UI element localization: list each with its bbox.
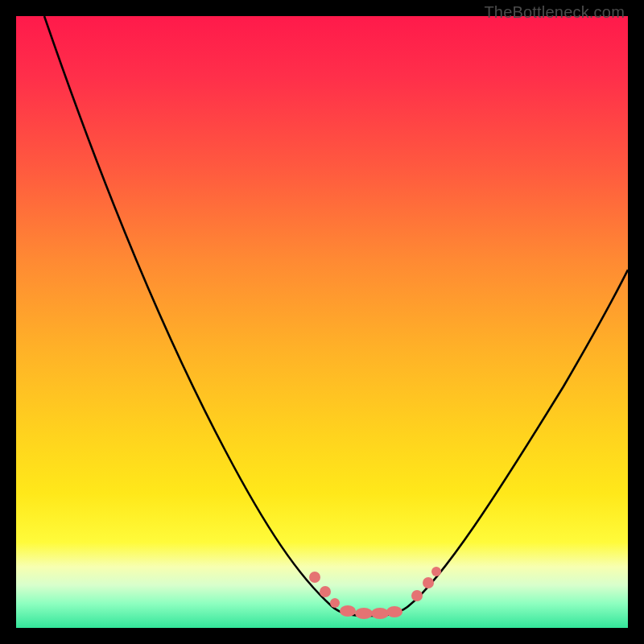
marker-dot	[340, 605, 356, 617]
marker-dot	[330, 598, 340, 608]
marker-dot	[386, 606, 402, 617]
bottleneck-curve-path	[44, 16, 628, 616]
marker-dot	[423, 577, 434, 588]
bottleneck-curve-svg	[16, 16, 628, 628]
marker-dot	[371, 608, 389, 619]
marker-dot	[431, 567, 441, 576]
marker-dot	[411, 590, 423, 601]
marker-dot	[309, 572, 320, 583]
trough-markers	[309, 567, 441, 619]
watermark-text: TheBottleneck.com	[484, 3, 625, 22]
chart-plot-area	[16, 16, 628, 628]
marker-dot	[355, 608, 373, 619]
marker-dot	[320, 586, 331, 597]
